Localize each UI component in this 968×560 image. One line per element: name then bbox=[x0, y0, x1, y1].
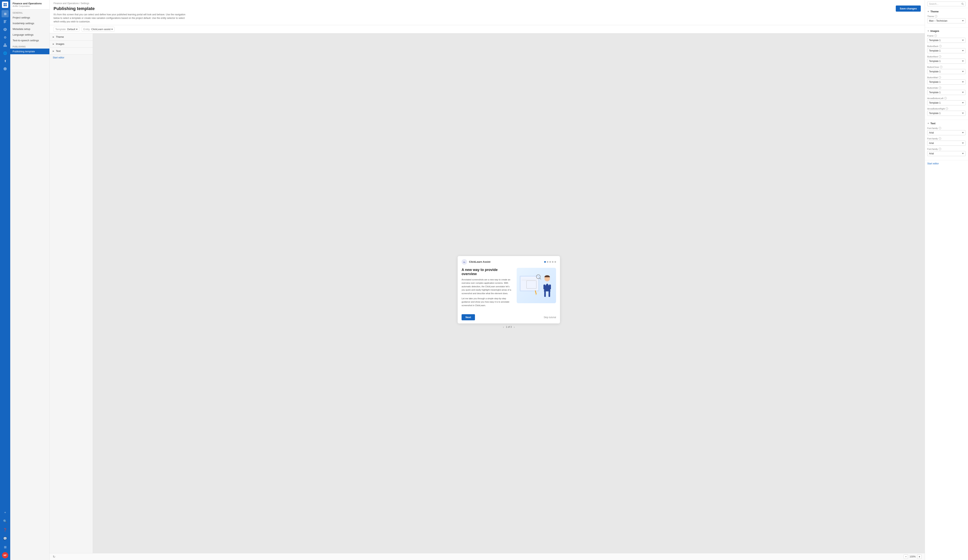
save-button[interactable]: Save changes bbox=[896, 5, 921, 12]
start-editor-link-canvas[interactable]: Start editor bbox=[50, 55, 93, 61]
fontfamily1-select[interactable]: ArialHelveticaTimes New Roman bbox=[927, 130, 966, 135]
svg-rect-4 bbox=[4, 20, 7, 21]
nav-icon-plus[interactable]: ＋ bbox=[2, 509, 9, 516]
arrowbottomleft-help-icon[interactable]: ? bbox=[944, 97, 947, 99]
search-bar bbox=[925, 0, 968, 8]
frame-help-icon[interactable]: ? bbox=[934, 35, 937, 37]
fontfamily3-select[interactable]: ArialHelveticaTimes New Roman bbox=[927, 151, 966, 156]
rp-section-theme: ▼ Theme Theme ? Man – Technician Templat… bbox=[925, 8, 968, 28]
svg-point-35 bbox=[962, 3, 963, 5]
svg-rect-11 bbox=[6, 46, 7, 46]
nav-icon-hierarchy[interactable] bbox=[2, 42, 9, 49]
fontfamily2-select[interactable]: ArialHelveticaTimes New Roman bbox=[927, 140, 966, 146]
rp-field-fontfamily2: Font family ? ArialHelveticaTimes New Ro… bbox=[927, 137, 966, 146]
fontfamily2-help-icon[interactable]: ? bbox=[939, 137, 941, 140]
buttonwait-help-icon[interactable]: ? bbox=[938, 76, 941, 79]
svg-rect-9 bbox=[3, 46, 5, 46]
nav-icon-gear[interactable]: ⚙ bbox=[2, 34, 9, 41]
buttonhide-help-icon[interactable]: ? bbox=[939, 86, 941, 89]
buttonclose-label: ButtonClose bbox=[927, 66, 939, 68]
start-editor-link-bottom[interactable]: Start editor bbox=[925, 160, 968, 167]
preview-area: CL ClickLearn Assist bbox=[93, 33, 925, 553]
arrowbottomright-select[interactable]: Template 1Template 2 bbox=[927, 111, 966, 116]
arrowbottomright-help-icon[interactable]: ? bbox=[946, 107, 948, 110]
zoom-in-button[interactable]: + bbox=[917, 555, 922, 559]
svg-rect-27 bbox=[544, 284, 545, 289]
refresh-icon[interactable]: ↻ bbox=[53, 555, 55, 558]
preview-card-header: CL ClickLearn Assist bbox=[457, 256, 560, 265]
preview-content-left: A new way to provide overview Annotated … bbox=[462, 268, 514, 309]
pagination-next[interactable]: › bbox=[514, 325, 515, 329]
rp-section-text-header[interactable]: ▼ Text bbox=[925, 120, 968, 127]
rp-section-text-label: Text bbox=[930, 122, 935, 125]
preview-illustration bbox=[517, 268, 556, 303]
preview-brand-logo: CL bbox=[462, 259, 467, 265]
nav-icon-search[interactable]: 🔍 bbox=[2, 517, 9, 525]
rp-section-theme-content: Theme ? Man – Technician Template 1 Temp… bbox=[925, 15, 968, 27]
sidebar-item-publishing-template[interactable]: Publishing template bbox=[10, 49, 50, 54]
buttonwait-select[interactable]: Template 1Template 2 bbox=[927, 79, 966, 84]
app-logo bbox=[2, 2, 8, 8]
buttonnext-select[interactable]: Template 1Template 2 bbox=[927, 59, 966, 64]
preview-body: A new way to provide overview Annotated … bbox=[457, 265, 560, 312]
nav-icon-upload[interactable]: ⬆ bbox=[2, 58, 9, 64]
arrowbottomleft-select[interactable]: Template 1Template 2 bbox=[927, 100, 966, 106]
fontfamily1-label: Font family bbox=[927, 127, 938, 129]
fontfamily1-help-icon[interactable]: ? bbox=[939, 127, 941, 129]
dot-1 bbox=[544, 261, 546, 263]
template-value: Default bbox=[67, 28, 75, 31]
rp-section-text: ▼ Text Font family ? ArialHelveticaTimes… bbox=[925, 120, 968, 160]
entity-select[interactable]: Entity: ClickLearn assist ▾ bbox=[82, 27, 114, 31]
nav-icon-apps[interactable]: ⊞ bbox=[2, 543, 9, 550]
acc-header-theme[interactable]: ▶ Theme bbox=[50, 33, 93, 40]
user-avatar[interactable]: MF bbox=[2, 552, 8, 558]
frame-select[interactable]: Template 1Template 2 bbox=[927, 38, 966, 43]
fontfamily3-help-icon[interactable]: ? bbox=[939, 148, 941, 150]
nav-icon-chat[interactable]: 💬 bbox=[2, 535, 9, 542]
acc-header-images[interactable]: ▶ Images bbox=[50, 41, 93, 47]
buttonback-select[interactable]: Template 1Template 2 bbox=[927, 48, 966, 53]
svg-marker-32 bbox=[536, 294, 536, 295]
nav-icon-globe[interactable]: 🌐 bbox=[2, 50, 9, 57]
template-select[interactable]: Template: Default ▾ bbox=[53, 27, 79, 31]
pagination-prev[interactable]: ‹ bbox=[503, 325, 504, 329]
svg-rect-8 bbox=[5, 44, 6, 45]
nav-icon-pages[interactable] bbox=[2, 18, 9, 25]
nav-icon-help[interactable]: ❓ bbox=[2, 526, 9, 533]
rp-section-images-label: Images bbox=[930, 30, 939, 33]
rp-field-theme-label: Theme ? bbox=[927, 15, 966, 18]
preview-skip-label[interactable]: Skip tutorial bbox=[544, 316, 556, 319]
search-input[interactable] bbox=[929, 3, 960, 5]
buttonnext-help-icon[interactable]: ? bbox=[939, 55, 941, 58]
entity-chevron-icon: ▾ bbox=[111, 28, 113, 31]
preview-next-button[interactable]: Next bbox=[462, 314, 475, 320]
buttonhide-select[interactable]: Template 1Template 2 bbox=[927, 90, 966, 95]
rp-section-theme-header[interactable]: ▼ Theme bbox=[925, 8, 968, 15]
zoom-out-button[interactable]: − bbox=[903, 555, 908, 559]
buttonclose-select[interactable]: Template 1Template 2 bbox=[927, 69, 966, 74]
sidebar-item-project-settings[interactable]: Project settings bbox=[10, 15, 50, 20]
nav-icon-link[interactable] bbox=[2, 65, 9, 73]
rp-section-images-header[interactable]: ▼ Images bbox=[925, 28, 968, 35]
preview-dots bbox=[544, 261, 556, 263]
theme-help-icon[interactable]: ? bbox=[935, 15, 937, 18]
rp-field-theme: Theme ? Man – Technician Template 1 Temp… bbox=[927, 15, 966, 23]
nav-icon-cube[interactable] bbox=[2, 26, 9, 33]
buttonback-help-icon[interactable]: ? bbox=[939, 45, 941, 47]
rp-field-buttonhide: ButtonHide ? Template 1Template 2 bbox=[927, 86, 966, 95]
svg-rect-3 bbox=[5, 5, 7, 6]
sidebar-item-text-to-speech[interactable]: Text-to-speech settings bbox=[10, 38, 50, 43]
sidebar-item-language-settings[interactable]: Language settings bbox=[10, 32, 50, 38]
dot-2 bbox=[547, 261, 549, 263]
nav-icon-grid[interactable]: ⊞ bbox=[2, 10, 9, 17]
buttonclose-help-icon[interactable]: ? bbox=[940, 66, 942, 68]
fontfamily3-label: Font family bbox=[927, 148, 938, 150]
theme-select[interactable]: Man – Technician Template 1 Template 2 bbox=[927, 18, 966, 23]
toolbar: Template: Default ▾ Entity: ClickLearn a… bbox=[50, 25, 925, 33]
sidebar-item-metadata-setup[interactable]: Metadata setup bbox=[10, 26, 50, 32]
sidebar-item-insidehelp-settings[interactable]: InsideHelp settings bbox=[10, 20, 50, 26]
theme-expand-icon: ▶ bbox=[53, 36, 54, 38]
breadcrumb-link-app[interactable]: Finance and Operations bbox=[53, 2, 79, 5]
svg-rect-1 bbox=[5, 3, 7, 5]
acc-header-text[interactable]: ▶ Text bbox=[50, 48, 93, 55]
